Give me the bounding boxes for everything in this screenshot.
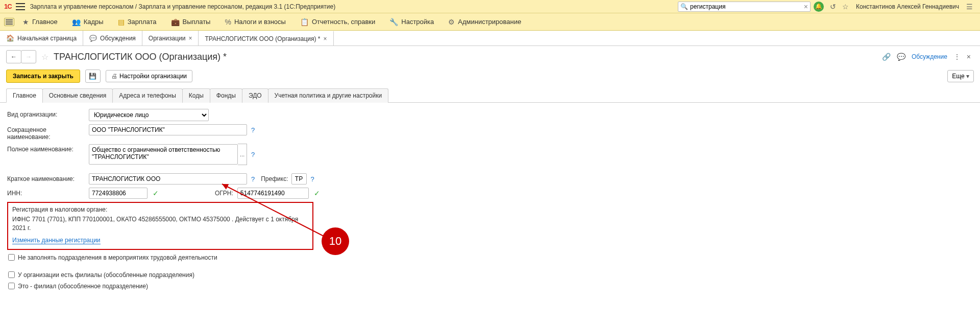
itab-addresses[interactable]: Адреса и телефоны xyxy=(112,88,183,103)
help-icon[interactable]: ? xyxy=(251,126,255,134)
window-title: Зарплата и управление персоналом / Зарпл… xyxy=(30,3,336,10)
tab-home[interactable]: 🏠Начальная страница xyxy=(0,31,83,45)
reg-title: Регистрация в налоговом органе: xyxy=(12,206,308,213)
annotation-badge: 10 xyxy=(322,227,349,255)
menu-reports[interactable]: 📋Отчетность, справки xyxy=(300,18,375,26)
notifications-bell-icon[interactable]: 🔔 xyxy=(814,2,824,12)
itab-basic[interactable]: Основные сведения xyxy=(42,88,113,103)
menu-payments[interactable]: 💼Выплаты xyxy=(171,18,211,26)
org-type-select[interactable]: Юридическое лицо xyxy=(89,109,209,121)
checkbox[interactable] xyxy=(8,271,15,278)
expand-icon[interactable]: … xyxy=(238,144,247,165)
help-icon[interactable]: ? xyxy=(251,151,255,158)
label-prefix: Префикс: xyxy=(261,175,288,182)
list-icon: ▤ xyxy=(118,18,125,26)
open-tabs: 🏠Начальная страница 💬Обсуждения Организа… xyxy=(0,31,980,46)
people-icon: 👥 xyxy=(72,18,81,26)
short-name-input[interactable] xyxy=(89,124,247,135)
wallet-icon: 💼 xyxy=(171,18,180,26)
wrench-icon: 🔧 xyxy=(389,18,398,26)
help-icon[interactable]: ? xyxy=(251,175,255,183)
org-settings-button[interactable]: 🖨Настройки организации xyxy=(106,70,192,82)
itab-main[interactable]: Главное xyxy=(6,88,43,103)
reg-body: ИФНС 7701 (7701), КПП 770100001, ОКАТО 4… xyxy=(12,215,308,233)
bookmark-star-icon[interactable]: ☆ xyxy=(41,52,48,62)
favorite-icon[interactable]: ☆ xyxy=(842,3,849,11)
label-full-name: Полное наименование: xyxy=(7,144,89,153)
label-short-name: Сокращенное наименование: xyxy=(7,124,89,141)
settings-icon[interactable]: ☰ xyxy=(966,3,973,11)
title-bar: 1С Зарплата и управление персоналом / За… xyxy=(0,0,980,13)
link-icon[interactable]: 🔗 xyxy=(882,53,891,61)
main-menu: ★Главное 👥Кадры ▤Зарплата 💼Выплаты %Нало… xyxy=(0,13,980,31)
nav-forward-button[interactable]: → xyxy=(21,50,36,63)
label-brief-name: Краткое наименование: xyxy=(7,173,89,182)
inn-input[interactable] xyxy=(89,188,148,199)
cb-has-branches[interactable]: У организации есть филиалы (обособленные… xyxy=(7,271,973,279)
clipboard-icon: 📋 xyxy=(300,18,309,26)
tab-discussions[interactable]: 💬Обсуждения xyxy=(83,31,142,45)
save-and-close-button[interactable]: Записать и закрыть xyxy=(6,70,80,83)
more-button[interactable]: Еще xyxy=(947,70,974,82)
check-ok-icon: ✓ xyxy=(314,189,320,197)
form-toolbar: Записать и закрыть 💾 🖨Настройки организа… xyxy=(0,67,980,88)
star-icon: ★ xyxy=(22,18,29,26)
gear-icon: ⚙ xyxy=(448,18,455,26)
checkbox[interactable] xyxy=(8,254,15,261)
cb-is-branch[interactable]: Это - филиал (обособленное подразделение… xyxy=(7,283,973,290)
print-icon: 🖨 xyxy=(111,73,117,80)
close-icon[interactable]: × xyxy=(188,35,192,42)
form-area: Вид организации: Юридическое лицо Сокращ… xyxy=(0,103,980,296)
current-user: Константинов Алексей Геннадиевич xyxy=(856,3,959,10)
menu-main[interactable]: ★Главное xyxy=(22,18,58,26)
prefix-input[interactable] xyxy=(291,173,307,185)
chat-icon: 💬 xyxy=(89,35,97,42)
change-registration-link[interactable]: Изменить данные регистрации xyxy=(12,237,101,244)
menu-taxes[interactable]: %Налоги и взносы xyxy=(225,18,286,26)
app-logo: 1С xyxy=(4,3,12,10)
full-name-input[interactable]: Общество с ограниченной ответственностью… xyxy=(89,144,238,165)
itab-codes[interactable]: Коды xyxy=(182,88,210,103)
checkbox[interactable] xyxy=(8,283,15,289)
save-button[interactable]: 💾 xyxy=(85,70,101,83)
tab-current-org[interactable]: ТРАНСЛОГИСТИК ООО (Организация) *× xyxy=(199,31,333,45)
menu-settings[interactable]: 🔧Настройка xyxy=(389,18,434,26)
search-icon: 🔍 xyxy=(680,3,688,10)
history-icon[interactable]: ↺ xyxy=(830,3,836,11)
global-search[interactable]: 🔍 × xyxy=(678,2,811,12)
nav-back-button[interactable]: ← xyxy=(6,50,21,63)
label-ogrn: ОГРН: xyxy=(215,190,233,197)
menu-all-sections-icon[interactable] xyxy=(4,18,14,26)
ogrn-input[interactable] xyxy=(237,188,309,199)
home-icon: 🏠 xyxy=(6,34,14,42)
label-inn: ИНН: xyxy=(7,188,89,197)
menu-salary[interactable]: ▤Зарплата xyxy=(118,18,157,26)
itab-policy[interactable]: Учетная политика и другие настройки xyxy=(268,88,389,103)
cb-no-subdivisions[interactable]: Не заполнять подразделения в мероприятия… xyxy=(7,254,973,261)
close-page-icon[interactable]: × xyxy=(967,53,971,61)
percent-icon: % xyxy=(225,18,231,26)
burger-icon[interactable] xyxy=(16,3,25,10)
close-icon[interactable]: × xyxy=(324,35,327,42)
itab-edo[interactable]: ЭДО xyxy=(242,88,268,103)
help-icon[interactable]: ? xyxy=(311,175,314,183)
menu-personnel[interactable]: 👥Кадры xyxy=(72,18,104,26)
chat-icon[interactable]: 💬 xyxy=(897,53,905,61)
search-input[interactable] xyxy=(690,3,804,10)
menu-admin[interactable]: ⚙Администрирование xyxy=(448,18,521,26)
kebab-icon[interactable]: ⋮ xyxy=(953,53,961,61)
check-ok-icon: ✓ xyxy=(153,189,159,197)
brief-name-input[interactable] xyxy=(89,173,247,185)
tax-registration-box: Регистрация в налоговом органе: ИФНС 770… xyxy=(7,202,313,250)
label-org-type: Вид организации: xyxy=(7,109,89,118)
floppy-icon: 💾 xyxy=(89,73,96,80)
discussion-link[interactable]: Обсуждение xyxy=(912,53,947,60)
page-title: ТРАНСЛОГИСТИК ООО (Организация) * xyxy=(54,52,227,62)
inner-tabs: Главное Основные сведения Адреса и телеф… xyxy=(0,88,980,103)
clear-search-icon[interactable]: × xyxy=(804,3,808,11)
page-header: ← → ☆ ТРАНСЛОГИСТИК ООО (Организация) * … xyxy=(0,46,980,67)
tab-organizations[interactable]: Организации× xyxy=(142,31,199,45)
itab-funds[interactable]: Фонды xyxy=(210,88,242,103)
